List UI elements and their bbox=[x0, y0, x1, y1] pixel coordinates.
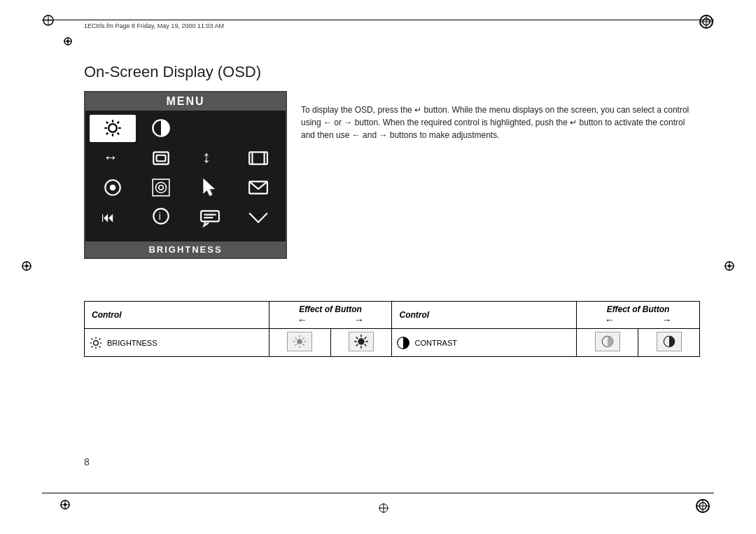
description-text: To display the OSD, press the ↵ button. … bbox=[301, 105, 689, 140]
brightness-control-cell: BRIGHTNESS bbox=[85, 329, 270, 357]
control-table: Control Effect of Button ← → Control Eff… bbox=[84, 301, 700, 357]
col1-header: Control bbox=[85, 302, 270, 329]
brightness-increase-cell bbox=[330, 329, 392, 357]
osd-display: MENU ↔ bbox=[84, 91, 287, 259]
svg-point-50 bbox=[297, 339, 302, 344]
svg-point-40 bbox=[94, 340, 99, 345]
osd-vert-icon: ↕ bbox=[187, 145, 233, 172]
brightness-label: BRIGHTNESS bbox=[89, 336, 265, 350]
contrast-label: CONTRAST bbox=[396, 336, 572, 350]
osd-icon4 bbox=[236, 115, 282, 142]
left-arrow-2: ← bbox=[605, 314, 615, 325]
svg-point-32 bbox=[159, 185, 163, 190]
left-arrow-1: ← bbox=[297, 314, 307, 325]
corner-mark-tr bbox=[699, 14, 714, 32]
svg-line-43 bbox=[92, 338, 93, 339]
contrast-decrease-cell bbox=[577, 329, 638, 357]
svg-point-35 bbox=[154, 209, 169, 223]
right-arrow-1: → bbox=[354, 314, 364, 325]
corner-mark-bc bbox=[378, 503, 389, 517]
svg-line-14 bbox=[106, 122, 108, 123]
corner-mark-tl2 bbox=[63, 36, 73, 49]
svg-text:↕: ↕ bbox=[202, 148, 211, 166]
svg-line-47 bbox=[92, 346, 93, 347]
osd-info-icon: i bbox=[139, 204, 185, 232]
svg-line-44 bbox=[99, 346, 101, 347]
right-arrow-2: → bbox=[662, 314, 671, 325]
svg-line-48 bbox=[99, 338, 101, 339]
description-block: To display the OSD, press the ↵ button. … bbox=[301, 104, 700, 141]
svg-line-19 bbox=[117, 122, 118, 123]
corner-mark-tl bbox=[42, 14, 55, 29]
corner-mark-br bbox=[695, 498, 710, 517]
svg-point-29 bbox=[111, 185, 115, 190]
bottom-rule bbox=[42, 493, 714, 493]
svg-text:↔: ↔ bbox=[103, 149, 118, 166]
brightness-text: BRIGHTNESS bbox=[107, 339, 158, 347]
osd-envelope-icon bbox=[236, 174, 282, 202]
file-info: 1ECtrls.fm Page 8 Friday, May 19, 2000 1… bbox=[84, 22, 224, 29]
osd-icon-grid: ↔ ↕ bbox=[85, 111, 286, 235]
osd-brightness-icon bbox=[90, 115, 136, 142]
osd-pattern-icon bbox=[139, 174, 185, 202]
osd-compress-icon bbox=[236, 145, 282, 172]
svg-text:i: i bbox=[159, 211, 161, 222]
brightness-decrease-cell bbox=[269, 329, 330, 357]
page-number: 8 bbox=[84, 456, 90, 468]
osd-contrast-icon bbox=[139, 115, 185, 142]
side-mark-left bbox=[21, 260, 32, 274]
col3-header: Control bbox=[392, 302, 577, 329]
control-table-container: Control Effect of Button ← → Control Eff… bbox=[84, 301, 700, 357]
osd-circle-icon bbox=[90, 174, 136, 202]
osd-zoom-icon bbox=[236, 204, 282, 232]
osd-speech-icon bbox=[187, 204, 233, 232]
contrast-text: CONTRAST bbox=[414, 339, 457, 347]
side-mark-right bbox=[724, 260, 735, 274]
corner-mark-bl bbox=[59, 499, 71, 513]
col2-header: Effect of Button ← → bbox=[269, 302, 392, 329]
osd-cursor-icon bbox=[187, 174, 233, 202]
osd-icon3 bbox=[187, 115, 233, 142]
osd-bottom-label: BRIGHTNESS bbox=[85, 241, 286, 258]
svg-text:⏮: ⏮ bbox=[102, 210, 115, 225]
svg-line-15 bbox=[117, 133, 118, 134]
svg-point-11 bbox=[108, 124, 117, 132]
svg-rect-23 bbox=[157, 155, 166, 161]
col4-header: Effect of Button ← → bbox=[577, 302, 700, 329]
svg-point-60 bbox=[358, 338, 364, 344]
svg-point-31 bbox=[156, 183, 167, 193]
svg-line-18 bbox=[106, 133, 108, 134]
contrast-increase-cell bbox=[638, 329, 700, 357]
contrast-control-cell: CONTRAST bbox=[392, 329, 577, 357]
osd-menu-label: MENU bbox=[85, 92, 286, 111]
svg-rect-37 bbox=[201, 211, 219, 221]
osd-rewind-icon: ⏮ bbox=[90, 204, 136, 232]
page-title: On-Screen Display (OSD) bbox=[84, 63, 261, 81]
osd-horiz-icon: ↔ bbox=[90, 145, 136, 172]
osd-rect-icon bbox=[139, 145, 185, 172]
header-rule bbox=[42, 20, 714, 20]
